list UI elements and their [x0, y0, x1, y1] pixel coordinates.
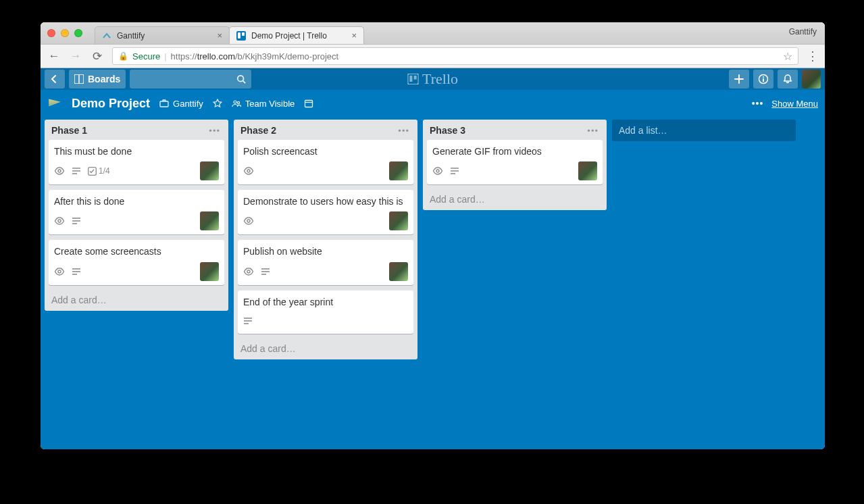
plus-icon	[734, 74, 744, 84]
back-button[interactable]: ←	[47, 49, 61, 63]
show-menu-link[interactable]: Show Menu	[771, 99, 818, 109]
member-avatar[interactable]	[389, 211, 408, 230]
browser-tab-trello[interactable]: Demo Project | Trello ×	[229, 26, 364, 44]
member-avatar[interactable]	[200, 262, 219, 281]
list-title[interactable]: Phase 2	[240, 125, 276, 136]
card[interactable]: Generate GIF from videos	[427, 140, 603, 184]
svg-rect-2	[242, 32, 245, 36]
svg-rect-8	[409, 76, 412, 82]
card[interactable]: After this is done	[49, 190, 224, 234]
lock-icon: 🔒	[118, 51, 128, 61]
visibility-button[interactable]: Team Visible	[232, 99, 295, 109]
browser-menu-button[interactable]: ⋮	[807, 49, 818, 64]
powerup-icon	[304, 99, 313, 108]
add-card-button[interactable]: Add a card…	[427, 190, 603, 206]
board-title[interactable]: Demo Project	[72, 97, 150, 111]
svg-point-33	[247, 270, 250, 273]
notifications-button[interactable]	[778, 70, 798, 89]
secure-label: Secure	[132, 51, 160, 61]
trello-app: Boards Trello	[41, 68, 825, 449]
member-avatar[interactable]	[389, 262, 408, 281]
search-input[interactable]	[130, 70, 251, 89]
card-badges	[54, 268, 81, 276]
trello-logo-icon	[407, 74, 418, 84]
boards-button[interactable]: Boards	[69, 70, 126, 89]
card[interactable]: Publish on website	[238, 240, 413, 284]
watch-icon	[54, 167, 65, 175]
svg-rect-7	[407, 74, 418, 84]
card[interactable]: End of the year sprint	[238, 291, 413, 334]
svg-point-5	[238, 76, 244, 82]
svg-point-18	[58, 170, 61, 172]
svg-point-11	[763, 76, 764, 78]
list-title[interactable]: Phase 1	[51, 125, 87, 136]
trello-logo[interactable]: Trello	[407, 70, 458, 88]
close-tab-icon[interactable]: ×	[217, 30, 222, 41]
svg-point-23	[58, 220, 61, 222]
card[interactable]: Polish screencast	[238, 140, 413, 184]
card-footer	[54, 262, 219, 281]
ganttify-favicon-icon	[102, 31, 111, 41]
watch-icon	[243, 167, 254, 175]
svg-rect-13	[160, 101, 168, 107]
browser-tab-ganttify[interactable]: Ganttify ×	[95, 26, 230, 44]
svg-line-6	[243, 81, 246, 84]
card-footer	[243, 211, 408, 230]
svg-point-31	[247, 170, 250, 172]
maximize-window-icon[interactable]	[74, 29, 82, 37]
team-link[interactable]: Ganttify	[159, 99, 203, 109]
member-avatar[interactable]	[389, 161, 408, 180]
back-button-app[interactable]	[45, 70, 65, 89]
browser-profile-label[interactable]: Ganttify	[789, 27, 817, 36]
add-list-button[interactable]: Add a list…	[612, 120, 796, 141]
list-title[interactable]: Phase 3	[430, 125, 465, 136]
member-avatar[interactable]	[578, 161, 597, 180]
list-menu-button[interactable]: •••	[587, 126, 599, 136]
info-button[interactable]	[753, 70, 773, 89]
card-badges	[243, 217, 254, 225]
svg-point-15	[237, 101, 239, 103]
calendar-power-up-button[interactable]	[304, 99, 313, 108]
trello-favicon-icon	[236, 31, 246, 41]
board-menu-dots-icon[interactable]: •••	[752, 98, 764, 109]
reload-button[interactable]: ⟳	[91, 49, 104, 64]
close-tab-icon[interactable]: ×	[351, 30, 357, 41]
svg-point-14	[234, 101, 236, 103]
list-header: Phase 3•••	[427, 124, 603, 140]
star-board-button[interactable]	[213, 99, 222, 108]
member-avatar[interactable]	[200, 211, 219, 230]
card-badges	[243, 268, 270, 276]
browser-chrome: Ganttify × Demo Project | Trello × Gantt…	[41, 22, 825, 68]
card[interactable]: Demonstrate to users how easy this is	[238, 190, 413, 234]
toolbar: ← → ⟳ 🔒 Secure | https://trello.com/b/Kk…	[41, 44, 825, 68]
bookmark-star-icon[interactable]: ☆	[783, 50, 792, 63]
svg-rect-1	[238, 32, 240, 39]
card[interactable]: Create some screencasts	[49, 240, 224, 284]
card-footer	[243, 161, 408, 180]
card-title: Generate GIF from videos	[432, 145, 597, 157]
app-header: Boards Trello	[41, 68, 825, 90]
description-icon	[72, 167, 81, 175]
add-card-button[interactable]: Add a card…	[238, 339, 413, 355]
list-menu-button[interactable]: •••	[209, 126, 220, 136]
list-header: Phase 2•••	[238, 124, 413, 140]
card-footer	[54, 211, 219, 230]
info-icon	[758, 74, 769, 84]
add-card-button[interactable]: Add a card…	[49, 291, 224, 307]
create-button[interactable]	[729, 70, 749, 89]
star-icon	[213, 99, 222, 108]
briefcase-icon	[159, 99, 169, 108]
boards-label: Boards	[88, 74, 120, 84]
member-avatar[interactable]	[200, 161, 219, 180]
user-avatar[interactable]	[802, 70, 821, 89]
checklist-badge: 1/4	[88, 166, 110, 176]
board-canvas[interactable]: Phase 1•••This must be done1/4After this…	[41, 117, 825, 449]
address-bar[interactable]: 🔒 Secure | https://trello.com/b/Kkjh39mK…	[112, 47, 798, 65]
card-title: End of the year sprint	[243, 296, 408, 308]
svg-rect-12	[763, 78, 764, 82]
description-icon	[450, 167, 459, 175]
list-menu-button[interactable]: •••	[398, 126, 409, 136]
minimize-window-icon[interactable]	[61, 29, 69, 37]
card[interactable]: This must be done1/4	[49, 140, 224, 184]
close-window-icon[interactable]	[47, 29, 55, 37]
